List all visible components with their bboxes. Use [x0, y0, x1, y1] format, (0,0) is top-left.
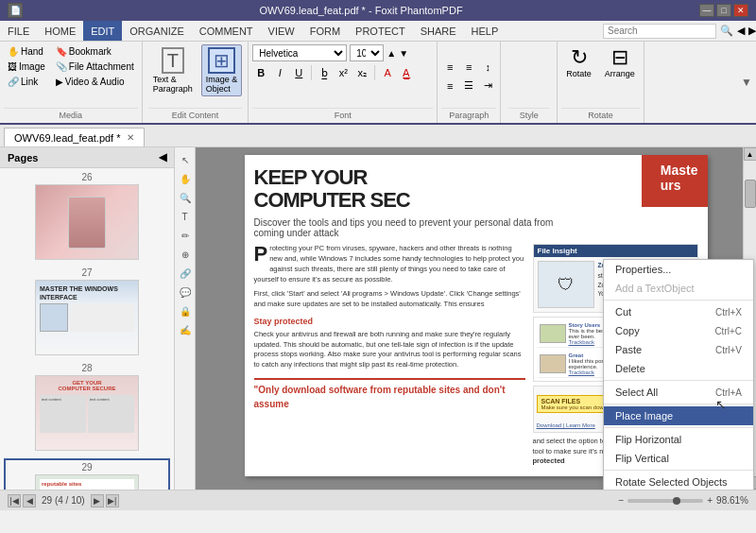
font-row1: Helvetica 10 ▲ ▼: [252, 44, 433, 61]
ctx-add-textobject-label: Add a TextObject: [615, 283, 695, 294]
menu-home[interactable]: HOME: [37, 21, 83, 41]
font-size-select[interactable]: 10: [350, 44, 384, 61]
media-buttons: ✋ Hand 🖼 Image 🔗 Link 🔖 Bookmark 📎 File …: [4, 44, 138, 108]
attachment-button[interactable]: 📎 File Attachment: [52, 60, 138, 74]
align-center-button[interactable]: ≡: [460, 59, 477, 76]
text-tool[interactable]: T: [177, 208, 194, 225]
page-thumb-29[interactable]: 29 reputable sites and don't assume prot…: [4, 458, 170, 490]
search-icon[interactable]: 🔍: [720, 25, 733, 37]
panel-header: File Insight: [534, 245, 697, 257]
video-button[interactable]: ▶ Video & Audio: [52, 75, 138, 89]
comment-tool[interactable]: 💬: [177, 284, 194, 301]
hand-tool-button[interactable]: ✋ Hand: [4, 44, 49, 59]
drop-cap: P: [254, 244, 268, 265]
image-object-button[interactable]: ⊞ Image &Object: [201, 44, 243, 96]
tab-label: OWV69.lead_feat.pdf *: [14, 132, 121, 144]
close-button[interactable]: ✕: [733, 4, 748, 17]
link-tool[interactable]: 🔗: [177, 265, 194, 282]
menu-organize[interactable]: ORGANIZE: [122, 21, 191, 41]
ctx-flip-horizontal[interactable]: Flip Horizontal: [604, 430, 753, 449]
ctx-delete[interactable]: Delete: [604, 359, 753, 378]
text-paragraph-button[interactable]: T Text &Paragraph: [148, 44, 198, 96]
search-prev-icon[interactable]: ◀: [737, 25, 745, 37]
page-thumb-28[interactable]: 28 GET YOURCOMPUTER SECURE text content …: [4, 363, 170, 451]
hand-tool[interactable]: ✋: [177, 170, 194, 187]
search-input[interactable]: [603, 24, 716, 39]
next-page-button[interactable]: ▶: [91, 494, 104, 507]
window-controls[interactable]: — □ ✕: [699, 4, 748, 17]
justify-button[interactable]: ☰: [460, 77, 477, 95]
ctx-place-image[interactable]: Place Image: [604, 406, 753, 425]
font-family-select[interactable]: Helvetica: [252, 44, 347, 61]
align-right-button[interactable]: ≡: [441, 77, 458, 95]
font-group-label: Font: [252, 108, 433, 120]
text-paragraph-label: Text &Paragraph: [153, 75, 193, 94]
ctx-flip-horizontal-label: Flip Horizontal: [615, 434, 681, 445]
ctx-sep4: [604, 427, 753, 428]
last-page-button[interactable]: ▶|: [106, 494, 119, 507]
ctx-paste[interactable]: Paste Ctrl+V: [604, 340, 753, 359]
draw-tool[interactable]: ✏: [177, 227, 194, 244]
ctx-copy[interactable]: Copy Ctrl+C: [604, 321, 753, 340]
ribbon-scroll-right[interactable]: ▼: [741, 76, 752, 89]
ribbon-group-media: ✋ Hand 🖼 Image 🔗 Link 🔖 Bookmark 📎 File …: [0, 42, 143, 123]
sidebar-collapse-icon[interactable]: ◀: [159, 151, 166, 163]
image-button[interactable]: 🖼 Image: [4, 60, 49, 74]
menu-edit[interactable]: EDIT: [83, 21, 122, 41]
master-text: Maste urs: [661, 163, 698, 193]
first-page-button[interactable]: |◀: [8, 494, 21, 507]
document-tab[interactable]: OWV69.lead_feat.pdf * ✕: [4, 128, 145, 146]
maximize-button[interactable]: □: [716, 4, 731, 17]
menu-share[interactable]: SHARE: [413, 21, 464, 41]
zoom-out-button[interactable]: −: [618, 495, 624, 506]
align-left-button[interactable]: ≡: [441, 59, 458, 76]
page-nav: |◀ ◀ 29 (4 / 10) ▶ ▶|: [8, 494, 119, 507]
underline-button[interactable]: U: [290, 64, 307, 81]
bookmark-button[interactable]: 🔖 Bookmark: [52, 44, 138, 59]
style-content: [508, 44, 549, 108]
search-next-icon[interactable]: ▶: [748, 25, 756, 37]
zoom-slider-handle[interactable]: [673, 497, 680, 505]
rotate-button[interactable]: ↻ Rotate: [561, 44, 596, 81]
tab-close-button[interactable]: ✕: [127, 132, 134, 143]
ctx-cut[interactable]: Cut Ctrl+X: [604, 302, 753, 321]
menu-comment[interactable]: COMMENT: [192, 21, 261, 41]
menu-file[interactable]: FILE: [0, 21, 37, 41]
scan-download-link[interactable]: Download | Learn More: [537, 422, 595, 428]
subscript-button[interactable]: x₂: [353, 64, 370, 81]
minimize-button[interactable]: —: [699, 4, 714, 17]
scroll-up-button[interactable]: ▲: [744, 147, 757, 161]
font-size-up-icon[interactable]: ▲: [387, 48, 396, 59]
bold-alt-button[interactable]: b̲: [316, 64, 333, 81]
zoom-tool[interactable]: 🔍: [177, 189, 194, 206]
menu-view[interactable]: VIEW: [261, 21, 302, 41]
scroll-handle[interactable]: [745, 180, 756, 208]
indent-button[interactable]: ⇥: [479, 77, 496, 95]
sign-tool[interactable]: ✍: [177, 321, 194, 338]
font-size-down-icon[interactable]: ▼: [399, 48, 408, 59]
ctx-sep5: [604, 470, 753, 471]
superscript-button[interactable]: x²: [335, 64, 352, 81]
page-thumb-27[interactable]: 27 MASTER THE WINDOWS INTERFACE: [4, 267, 170, 355]
prev-page-button[interactable]: ◀: [23, 494, 36, 507]
font-color-button[interactable]: A: [379, 64, 396, 81]
arrange-button[interactable]: ⊟ Arrange: [600, 44, 640, 81]
line-spacing-button[interactable]: ↕: [479, 59, 496, 76]
ctx-select-all[interactable]: Select All Ctrl+A: [604, 383, 753, 402]
lock-tool[interactable]: 🔒: [177, 302, 194, 319]
ctx-flip-vertical[interactable]: Flip Vertical: [604, 449, 753, 468]
bold-button[interactable]: B: [252, 64, 269, 81]
font-highlight-button[interactable]: A̲: [398, 64, 415, 81]
ctx-properties[interactable]: Properties...: [604, 260, 753, 279]
link-button[interactable]: 🔗 Link: [4, 75, 49, 89]
menu-protect[interactable]: PROTECT: [348, 21, 413, 41]
stamp-tool[interactable]: ⊕: [177, 246, 194, 263]
page-thumb-26[interactable]: 26: [4, 172, 170, 260]
ctx-rotate-selected[interactable]: Rotate Selected Objects: [604, 473, 753, 490]
italic-button[interactable]: I: [271, 64, 288, 81]
zoom-slider[interactable]: [627, 499, 703, 503]
menu-form[interactable]: FORM: [302, 21, 348, 41]
menu-help[interactable]: HELP: [464, 21, 507, 41]
select-tool[interactable]: ↖: [177, 151, 194, 168]
zoom-in-button[interactable]: +: [707, 495, 713, 506]
